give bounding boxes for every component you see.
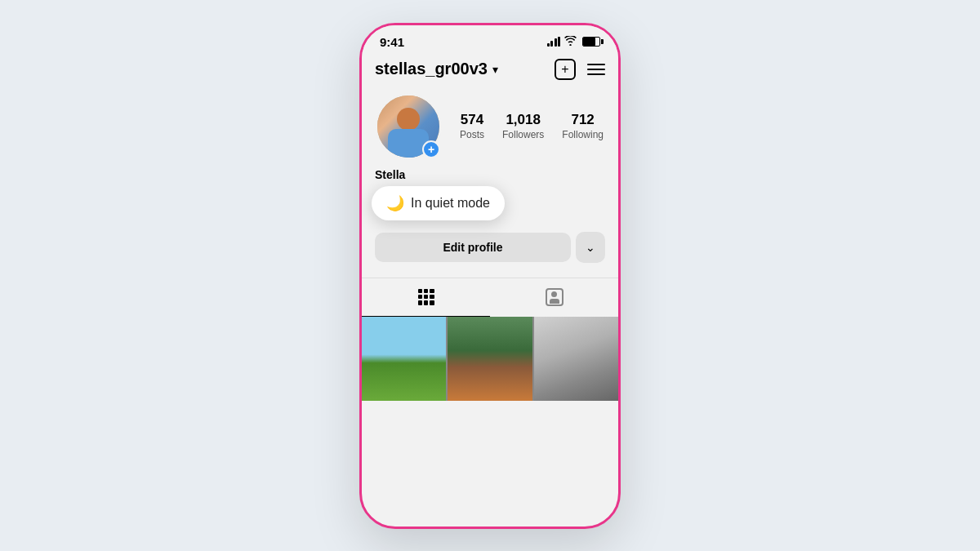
signal-icon — [547, 37, 561, 47]
quiet-mode-badge[interactable]: 🌙 In quiet mode — [372, 186, 505, 220]
profile-section: + 574 Posts 1,018 Followers 712 Followin… — [362, 88, 618, 271]
new-post-button[interactable]: + — [555, 59, 576, 80]
photo-cell-2[interactable] — [448, 317, 532, 401]
following-count: 712 — [571, 112, 594, 128]
followers-count: 1,018 — [506, 112, 541, 128]
profile-chevron-button[interactable]: ⌄ — [576, 232, 605, 263]
moon-icon: 🌙 — [386, 194, 404, 212]
quiet-mode-wrapper: 🌙 In quiet mode — [375, 186, 605, 220]
phone-frame: 9:41 — [359, 23, 621, 529]
urban-photo — [448, 317, 532, 401]
edit-profile-button[interactable]: Edit profile — [375, 233, 571, 262]
photo-grid — [362, 317, 618, 401]
tab-tagged[interactable] — [490, 278, 618, 317]
menu-button[interactable] — [587, 64, 605, 75]
profile-top: + 574 Posts 1,018 Followers 712 Followin… — [375, 93, 605, 160]
grid-icon — [418, 289, 434, 305]
following-stat[interactable]: 712 Following — [562, 112, 604, 140]
architecture-photo — [534, 317, 618, 401]
tab-bar — [362, 278, 618, 317]
posts-stat[interactable]: 574 Posts — [460, 112, 484, 140]
username-chevron-icon: ▾ — [492, 63, 498, 76]
add-story-button[interactable]: + — [422, 140, 440, 158]
app-header: stellas_gr00v3 ▾ + — [362, 56, 618, 88]
edit-profile-row: Edit profile ⌄ — [375, 232, 605, 263]
wifi-icon — [564, 36, 577, 48]
posts-label: Posts — [460, 129, 484, 140]
followers-stat[interactable]: 1,018 Followers — [502, 112, 544, 140]
plus-icon: + — [561, 62, 568, 77]
status-icons — [547, 36, 601, 48]
following-label: Following — [562, 129, 604, 140]
phone-wrapper: 9:41 — [359, 23, 621, 529]
posts-count: 574 — [461, 112, 483, 128]
battery-icon — [582, 37, 600, 47]
chevron-right-icon: ⌄ — [586, 241, 595, 254]
quiet-mode-text: In quiet mode — [411, 196, 490, 211]
username-text: stellas_gr00v3 — [375, 60, 488, 78]
hamburger-line-2 — [587, 69, 605, 70]
username-row[interactable]: stellas_gr00v3 ▾ — [375, 60, 498, 78]
display-name: Stella — [375, 168, 605, 181]
avatar-wrapper: + — [375, 93, 442, 160]
header-icons: + — [555, 59, 605, 80]
photo-cell-1[interactable] — [362, 317, 446, 401]
tab-grid[interactable] — [362, 278, 490, 317]
hamburger-line-1 — [587, 64, 605, 65]
status-time: 9:41 — [380, 35, 404, 49]
landscape-photo — [362, 317, 446, 401]
photo-cell-3[interactable] — [534, 317, 618, 401]
tagged-person-icon — [546, 288, 564, 306]
stats-row: 574 Posts 1,018 Followers 712 Following — [458, 112, 605, 140]
status-bar: 9:41 — [362, 25, 618, 56]
followers-label: Followers — [502, 129, 544, 140]
hamburger-line-3 — [587, 73, 605, 75]
